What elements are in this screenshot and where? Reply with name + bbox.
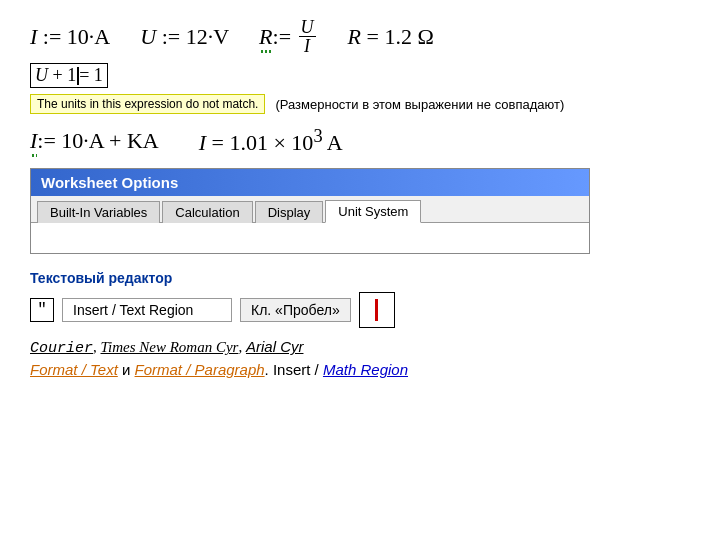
times-font-link[interactable]: Times New Roman Cyr: [101, 339, 239, 355]
courier-font-link[interactable]: Courier: [30, 340, 93, 357]
panel-tabs: Built-In Variables Calculation Display U…: [31, 196, 589, 223]
insert-text-region[interactable]: Insert / Text Region: [62, 298, 232, 322]
quote-box: ": [30, 298, 54, 322]
warning-box: The units in this expression do not matc…: [30, 94, 265, 114]
warning-translation: (Размерности в этом выражении не совпада…: [275, 97, 564, 112]
bottom-text: Courier, Times New Roman Cyr, Arial Cyr …: [20, 332, 700, 380]
input-expression[interactable]: U + 1 = 1: [30, 63, 108, 88]
spacebar-button[interactable]: Кл. «Пробел»: [240, 298, 351, 322]
math-region-link[interactable]: Math Region: [323, 361, 408, 378]
panel-body: [31, 223, 589, 253]
formula-i-result: I = 1.01 × 103 A: [199, 126, 343, 156]
r-fraction: U I: [299, 18, 316, 55]
formula-row-1: I := 10·A U := 12·V R := U I R = 1.2 Ω: [20, 10, 700, 59]
tab-calculation[interactable]: Calculation: [162, 201, 252, 223]
input-row: U + 1 = 1: [20, 59, 700, 92]
text-editor-row: " Insert / Text Region Кл. «Пробел»: [30, 292, 690, 328]
formula-r: R := U I: [259, 18, 317, 55]
formula-u: U := 12·V: [140, 24, 229, 50]
tab-display[interactable]: Display: [255, 201, 324, 223]
format-line: Format / Text и Format / Paragraph. Inse…: [30, 361, 690, 378]
format-paragraph-link[interactable]: Format / Paragraph: [135, 361, 265, 378]
format-text-link[interactable]: Format / Text: [30, 361, 118, 378]
text-editor-section: Текстовый редактор " Insert / Text Regio…: [20, 262, 700, 332]
text-editor-label: Текстовый редактор: [30, 270, 690, 286]
tab-unit-system[interactable]: Unit System: [325, 200, 421, 223]
formula-row-2: I := 10·A + KA I = 1.01 × 103 A: [20, 120, 700, 160]
red-cursor-icon: [375, 299, 378, 321]
warning-row: The units in this expression do not matc…: [20, 92, 700, 120]
tab-builtin-variables[interactable]: Built-In Variables: [37, 201, 160, 223]
panel-header: Worksheet Options: [31, 169, 589, 196]
formula-i: I := 10·A: [30, 24, 110, 50]
font-line: Courier, Times New Roman Cyr, Arial Cyr: [30, 338, 690, 357]
formula-i2: I := 10·A + KA: [30, 128, 159, 154]
cursor-box: [359, 292, 395, 328]
arial-font-link[interactable]: Arial Cyr: [246, 338, 304, 355]
formula-r-result: R = 1.2 Ω: [348, 24, 434, 50]
worksheet-panel: Worksheet Options Built-In Variables Cal…: [30, 168, 590, 254]
